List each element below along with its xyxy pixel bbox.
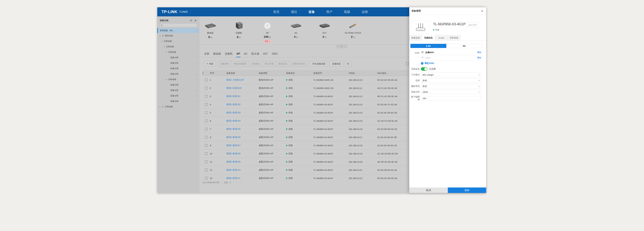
row-checkbox[interactable] bbox=[205, 128, 208, 130]
tree-item-1[interactable]: ▾分组名称› bbox=[157, 38, 199, 44]
tab-ap[interactable]: AP bbox=[236, 50, 240, 57]
tab-onu[interactable]: ONU bbox=[272, 50, 278, 57]
summary-card-ap[interactable]: AP240台离线 2 bbox=[255, 21, 280, 43]
row-checkbox[interactable] bbox=[205, 136, 208, 139]
sort-arrow-icon[interactable]: ↓ bbox=[296, 72, 296, 74]
tree-item-8[interactable]: ▾分组名称› bbox=[157, 77, 199, 82]
bulk-action-0[interactable]: 视频参数 bbox=[218, 61, 231, 66]
bandwidth-select[interactable]: 自动∨ bbox=[421, 84, 481, 88]
row-checkbox[interactable] bbox=[205, 79, 208, 81]
device-name-link[interactable]: 楼层2-客房210 bbox=[226, 169, 259, 171]
column-header-3[interactable]: 设备状态↓ bbox=[286, 72, 314, 75]
summary-card-ac[interactable]: AC4台 bbox=[284, 21, 308, 38]
band-5g-button[interactable]: 5G bbox=[446, 44, 482, 48]
nav-item-project[interactable]: 项目 bbox=[291, 10, 297, 14]
tree-item-2[interactable]: ▾分组名称› bbox=[157, 44, 199, 49]
tree-item-11[interactable]: 设备分组› bbox=[157, 93, 199, 99]
collapse-summary-button[interactable]: ∧ bbox=[336, 45, 347, 48]
device-name-link[interactable]: 楼层2-客房211 bbox=[226, 177, 259, 180]
edit-group-icon[interactable] bbox=[190, 19, 192, 22]
row-checkbox[interactable] bbox=[205, 111, 208, 114]
row-checkbox[interactable] bbox=[205, 169, 208, 171]
row-checkbox[interactable] bbox=[205, 177, 208, 180]
tree-item-10[interactable]: 设备分组› bbox=[157, 88, 199, 93]
device-name-link[interactable]: 楼层2-客房209 bbox=[226, 161, 259, 163]
sidebar-item-all-devices[interactable]: 所有设备（40） › bbox=[157, 28, 199, 33]
device-name-link[interactable]: 楼层2-客房203 bbox=[226, 111, 259, 114]
tree-item-9[interactable]: 设备分组› bbox=[157, 82, 199, 88]
bulk-action-4[interactable]: 删除设备 bbox=[276, 61, 290, 66]
drawer-tab-device-info[interactable]: 设备信息 bbox=[409, 35, 422, 41]
tree-item-0[interactable]: ▾项目名称› bbox=[157, 33, 199, 38]
row-checkbox[interactable] bbox=[205, 103, 208, 106]
group-search-input[interactable] bbox=[159, 23, 197, 27]
tab-all[interactable]: 全部 bbox=[204, 50, 209, 57]
sort-arrow-icon[interactable]: ↓ bbox=[387, 72, 388, 74]
device-name-link[interactable]: 楼层2-客房206 bbox=[226, 136, 259, 139]
tree-item-4[interactable]: 设备分组› bbox=[157, 55, 199, 60]
work-mode-select[interactable]: 802.11b/g/n∨ bbox=[421, 73, 481, 77]
nav-item-advanced[interactable]: 高级 bbox=[344, 10, 350, 14]
tree-item-6[interactable]: 设备分组› bbox=[157, 66, 199, 71]
device-name-link[interactable]: 楼层2-客房204 bbox=[226, 120, 259, 122]
ssid-delete-link[interactable]: 删除 bbox=[477, 56, 481, 59]
bulk-action-2[interactable]: 分组修改 bbox=[249, 61, 262, 66]
sort-arrow-icon[interactable]: ↓ bbox=[356, 72, 357, 74]
device-name-link[interactable]: 楼层1-休息区AP bbox=[226, 87, 259, 89]
tree-item-5[interactable]: 设备分组› bbox=[157, 60, 199, 66]
row-checkbox[interactable] bbox=[205, 144, 208, 147]
tx-power-select[interactable]: 100%∨ bbox=[421, 90, 481, 94]
row-checkbox[interactable] bbox=[205, 152, 208, 155]
nav-item-home[interactable]: 首页 bbox=[273, 10, 280, 14]
drawer-tab-wireless-status[interactable]: 无线状态 bbox=[422, 35, 435, 41]
bulk-action-1[interactable]: 网络设备配置 bbox=[231, 61, 249, 66]
refresh-button[interactable]: ↻ bbox=[346, 61, 352, 66]
tab-olt[interactable]: OLT bbox=[263, 50, 268, 57]
drawer-tab-voice-info[interactable]: 语音信息 bbox=[448, 35, 460, 41]
column-header-5[interactable]: IP地址↓ bbox=[348, 72, 377, 75]
bulk-action-5[interactable]: 设置地理位置 bbox=[290, 61, 307, 66]
bulk-action-3[interactable]: 重启/升级 bbox=[262, 61, 276, 66]
tree-item-12[interactable]: 设备分组› bbox=[157, 99, 199, 104]
save-button[interactable]: 保存 bbox=[448, 188, 486, 193]
nav-item-user[interactable]: 用户 bbox=[326, 10, 332, 14]
client-limit-input[interactable]: 100 bbox=[421, 96, 481, 100]
tab-firewall[interactable]: 防火墙 bbox=[252, 50, 259, 57]
tree-item-13[interactable]: ▾分组名称› bbox=[157, 104, 199, 109]
row-checkbox[interactable] bbox=[205, 161, 208, 163]
show-filter-checkbox[interactable] bbox=[406, 62, 409, 65]
drawer-tab-vlan[interactable]: VLAN bbox=[435, 35, 448, 41]
row-checkbox[interactable] bbox=[205, 87, 208, 89]
row-checkbox[interactable] bbox=[205, 95, 208, 98]
device-name-link[interactable]: 楼层2-客房208 bbox=[226, 152, 259, 155]
ssid-delete-link[interactable]: 删除 bbox=[477, 51, 481, 54]
device-name-link[interactable]: 楼层2-客房207 bbox=[226, 144, 259, 147]
cancel-button[interactable]: 取消 bbox=[409, 188, 448, 193]
select-all-checkbox[interactable] bbox=[203, 72, 203, 75]
summary-card-router[interactable]: 路由器8台 bbox=[198, 21, 222, 39]
view-mode-button[interactable]: ≡ 内容 bbox=[204, 61, 216, 66]
device-name-link[interactable]: 楼层1-大堂前台AP bbox=[226, 79, 259, 81]
tab-ac[interactable]: AC bbox=[244, 50, 248, 57]
bind-ssid-button[interactable]: + 绑定SSID bbox=[421, 62, 434, 65]
tree-item-3[interactable]: ▾分组名称› bbox=[157, 49, 199, 55]
nav-item-device[interactable]: 设备 bbox=[308, 10, 315, 14]
device-calibrate-button[interactable]: 设备标定 bbox=[330, 61, 344, 66]
close-icon[interactable]: ✕ bbox=[481, 9, 483, 13]
channel-select[interactable]: 自动∨ bbox=[421, 78, 481, 83]
device-name-link[interactable]: 楼层2-客房205 bbox=[226, 128, 259, 130]
band-2g-button[interactable]: 2.4G bbox=[410, 44, 446, 48]
tab-router[interactable]: 路由器 bbox=[213, 50, 221, 57]
column-header-6[interactable]: MAC地址↓ bbox=[377, 72, 408, 75]
tab-switch[interactable]: 交换机 bbox=[225, 50, 232, 57]
export-devices-button[interactable]: 导出设备信息 bbox=[310, 61, 328, 66]
summary-card-olt[interactable]: OLT4台 bbox=[312, 21, 337, 38]
summary-card-stick[interactable]: OLT/ONU STICK2台 bbox=[341, 21, 365, 38]
row-checkbox[interactable] bbox=[205, 120, 208, 122]
device-name-link[interactable]: 楼层2-客房202 bbox=[226, 103, 259, 106]
device-name-link[interactable]: 楼层2-客房201 bbox=[226, 95, 259, 98]
remote-manage-button[interactable]: 远程管理 bbox=[466, 22, 479, 28]
summary-card-switch[interactable]: 交换机8台 bbox=[227, 21, 251, 39]
nav-item-ops[interactable]: 运维 bbox=[362, 10, 368, 14]
add-group-icon[interactable]: + bbox=[195, 19, 196, 22]
